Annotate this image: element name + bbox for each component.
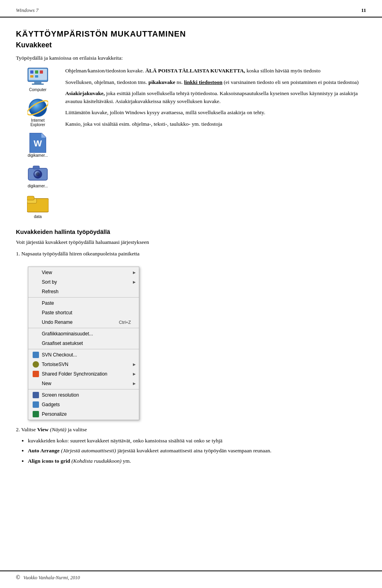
svg-rect-20 [27, 196, 34, 200]
word-doc-icon: W [29, 133, 46, 153]
computer-icon-entry: Computer [22, 67, 54, 92]
menu-item-tortoise[interactable]: TortoiseSVN [28, 360, 139, 369]
desc-computer-text: Ohjelman/kansion/tiedoston kuvake. ÄLÄ P… [65, 68, 321, 74]
undo-rename-menu-icon [32, 319, 39, 326]
desc-folder: Kansio, joka voi sisältää esim. ohjelma-… [65, 120, 366, 128]
menu-separator-1 [28, 297, 139, 298]
svg-rect-6 [40, 70, 43, 74]
svn-checkout-icon [32, 351, 39, 358]
icon-descriptions-text: Ohjelman/kansion/tiedoston kuvake. ÄLÄ P… [60, 67, 366, 221]
menu-separator-2 [28, 328, 139, 328]
undo-rename-shortcut: Ctrl+Z [119, 320, 131, 325]
menu-item-view-label: View [42, 270, 52, 275]
step2-view-bold: View [37, 426, 49, 432]
menu-item-new[interactable]: New [28, 379, 139, 388]
tortoise-menu-icon [32, 361, 39, 368]
computer-icon-label: Computer [29, 88, 47, 92]
menu-item-tortoise-label: TortoiseSVN [42, 362, 68, 367]
folder-icon-entry: data [22, 194, 54, 219]
word-icon-container: W [26, 132, 50, 153]
screen-resolution-menu-icon [32, 391, 39, 399]
new-menu-icon [32, 380, 39, 387]
main-content: KÄYTTÖYMPÄRISTÖN MUKAUTTAMINEN Kuvakkeet… [0, 18, 382, 476]
desc-ie: Sovelluksen, ohjelman, tiedoston tms. pi… [65, 78, 366, 86]
context-menu-screenshot: View Sort by Refresh Paste Paste [28, 267, 139, 420]
page-number: 11 [361, 7, 366, 14]
context-menu: View Sort by Refresh Paste Paste [28, 267, 139, 420]
menu-item-refresh[interactable]: Refresh [28, 287, 139, 296]
management-heading: Kuvakkeiden hallinta työpöydällä [16, 228, 366, 235]
computer-icon-container [26, 67, 50, 88]
icons-descriptions-block: Computer [16, 67, 366, 221]
desc-word-text: Asiakirjakuvake, joka esittää jollain so… [65, 90, 358, 104]
page-footer: © Vuokko Vanhala-Nurmi, 2010 [0, 570, 382, 584]
ie-icon-entry: InternetExplorer [22, 97, 54, 127]
copyright-symbol: © [16, 574, 20, 581]
menu-item-personalize-label: Personalize [42, 411, 67, 417]
svg-rect-4 [30, 70, 33, 74]
menu-item-refresh-label: Refresh [42, 289, 58, 294]
menu-item-svn-checkout-label: SVN Checkout... [42, 352, 77, 358]
gadgets-icon-shape [33, 401, 39, 408]
step2-view-parens: (Näytä) [49, 426, 66, 432]
desc-computer: Ohjelman/kansion/tiedoston kuvake. ÄLÄ P… [65, 67, 366, 75]
gadgets-menu-icon [32, 401, 39, 408]
menu-item-shared-folder[interactable]: Shared Folder Synchronization [28, 369, 139, 379]
refresh-menu-icon [32, 288, 39, 295]
menu-item-undo-rename-label: Undo Rename [42, 319, 72, 325]
camera-icon-label: digikamer... [27, 184, 48, 188]
folder-icon [27, 195, 49, 213]
desc-unlinkable: Liittämätön kuvake, jolloin Windows kysy… [65, 109, 366, 117]
menu-item-grafiikka-label: Grafiikkaominaisuudet... [42, 331, 93, 337]
menu-item-sort-by-label: Sort by [42, 279, 57, 285]
menu-item-view[interactable]: View [28, 268, 139, 277]
svg-rect-5 [35, 70, 38, 74]
menu-item-grafiikka[interactable]: Grafiikkaominaisuudet... [28, 329, 139, 339]
svg-rect-3 [32, 84, 44, 85]
svn-icon-shape [33, 352, 39, 358]
menu-item-sort-by[interactable]: Sort by [28, 277, 139, 287]
ie-icon-container [26, 97, 50, 118]
svg-rect-15 [33, 166, 39, 169]
menu-item-personalize[interactable]: Personalize [28, 409, 139, 419]
step2-bullet-list: kuvakkeiden koko: suureet kuvakkeet näyt… [28, 437, 366, 465]
svg-point-9 [29, 99, 47, 117]
paste-menu-icon [32, 300, 39, 307]
menu-item-gadgets[interactable]: Gadgets [28, 400, 139, 409]
bullet-item-3: Align icons to grid (Kohdista ruudukkoon… [28, 457, 366, 465]
menu-item-paste-shortcut[interactable]: Paste shortcut [28, 308, 139, 317]
menu-item-svn-checkout[interactable]: SVN Checkout... [28, 350, 139, 360]
screen-resolution-icon-shape [33, 392, 39, 398]
view-menu-icon [32, 269, 39, 276]
tortoise-icon-shape [33, 361, 39, 368]
page-wrapper: Windows 7 11 KÄYTTÖYMPÄRISTÖN MUKAUTTAMI… [0, 0, 382, 476]
shared-folder-icon-shape [33, 371, 39, 377]
menu-item-paste-shortcut-label: Paste shortcut [42, 310, 72, 315]
svg-rect-2 [34, 82, 41, 84]
page-header: Windows 7 11 [0, 0, 382, 18]
step2-intro: 2. Valitse View (Näytä) ja valitse [16, 426, 366, 434]
menu-item-screen-resolution[interactable]: Screen resolution [28, 390, 139, 400]
menu-item-paste[interactable]: Paste [28, 298, 139, 308]
menu-item-undo-rename[interactable]: Undo Rename Ctrl+Z [28, 317, 139, 327]
folder-icon-label: data [34, 214, 41, 219]
footer-copyright-text: Vuokko Vanhala-Nurmi, 2010 [23, 575, 80, 581]
step2-after-view: ja valitse [66, 426, 87, 432]
desc-ie-text: Sovelluksen, ohjelman, tiedoston tms. pi… [65, 79, 359, 85]
intro-text: Työpöydällä ja kansioissa on erilaisia k… [16, 54, 366, 62]
desc-unlinkable-text: Liittämätön kuvake, jolloin Windows kysy… [65, 109, 265, 115]
personalize-menu-icon [32, 411, 39, 418]
step2-number: 2. Valitse [16, 426, 37, 432]
folder-icon-container [26, 194, 50, 214]
menu-item-graafiset[interactable]: Graafiset asetukset [28, 339, 139, 348]
svg-rect-8 [35, 75, 38, 78]
bullet-item-1: kuvakkeiden koko: suureet kuvakkeet näyt… [28, 437, 366, 445]
ie-icon [27, 97, 48, 118]
section-heading: Kuvakkeet [16, 41, 366, 49]
camera-icon-entry: digikamer... [22, 163, 54, 188]
svg-rect-7 [30, 75, 33, 78]
menu-item-new-label: New [42, 381, 51, 386]
graafiset-menu-icon [32, 340, 39, 347]
menu-item-screen-resolution-label: Screen resolution [42, 392, 79, 398]
word-icon-label: digikamer... [27, 153, 48, 158]
